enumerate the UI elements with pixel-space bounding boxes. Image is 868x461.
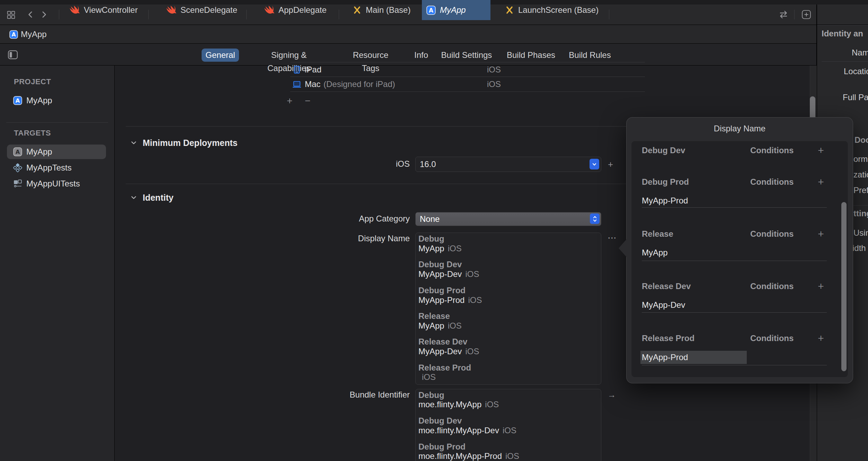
- svg-text:A: A: [16, 97, 20, 104]
- add-editor-icon[interactable]: [801, 9, 812, 20]
- tab-info[interactable]: Info: [411, 49, 431, 62]
- os-suffix: iOS: [485, 400, 499, 409]
- sidebar-toggle-icon[interactable]: [7, 49, 19, 61]
- add-deployment-button[interactable]: +: [608, 159, 613, 169]
- popover-config-label: Release Dev: [642, 281, 691, 292]
- add-condition-button[interactable]: +: [816, 145, 826, 156]
- popover-arrow: [619, 239, 627, 258]
- tab-signing-capabilities[interactable]: Signing & Capabilities: [249, 49, 329, 62]
- inspector-label-using: Usin: [853, 228, 868, 238]
- table-row-ipad[interactable]: iPad iOS: [290, 63, 645, 77]
- section-title-minimum-deployments[interactable]: Minimum Deployments: [143, 138, 238, 148]
- editor-tab-main-base[interactable]: Main (Base): [353, 0, 410, 20]
- swift-icon: [264, 5, 274, 15]
- add-condition-button[interactable]: +: [816, 177, 826, 187]
- config-label: Release: [418, 311, 450, 321]
- sidebar-item-target-myapptests[interactable]: MyAppTests: [7, 160, 106, 175]
- inspector-header-document: Doc: [854, 135, 868, 145]
- override-value-input[interactable]: MyApp-Dev: [642, 300, 685, 310]
- config-value[interactable]: moe.flinty.MyAppiOS: [418, 399, 499, 410]
- override-value-input[interactable]: MyApp-Prod: [642, 195, 688, 206]
- popover-scrollbar-thumb[interactable]: [841, 202, 847, 371]
- config-value[interactable]: MyApp-DeviOS: [418, 269, 479, 279]
- inspector-label-organization: zatio: [853, 169, 868, 180]
- storyboard-icon: [353, 6, 362, 15]
- sidebar-item-project-myapp[interactable]: A MyApp: [7, 93, 106, 108]
- value-underline: [642, 312, 827, 313]
- sidebar-item-target-myapp[interactable]: A MyApp: [7, 145, 106, 159]
- disclosure-chevron-icon[interactable]: [130, 140, 137, 146]
- svg-text:A: A: [16, 149, 20, 155]
- ios-version-value: 16.0: [420, 159, 436, 169]
- app-category-popup[interactable]: None: [415, 212, 601, 226]
- tab-build-phases[interactable]: Build Phases: [506, 49, 556, 62]
- config-value[interactable]: iOS: [418, 372, 436, 382]
- back-chevron-icon[interactable]: [26, 10, 35, 19]
- conditions-button[interactable]: Conditions: [750, 229, 794, 239]
- override-value-input[interactable]: MyApp: [642, 247, 668, 258]
- editor-tab-launchscreen[interactable]: LaunchScreen (Base): [505, 0, 599, 20]
- sidebar-item-label: MyAppTests: [26, 163, 72, 173]
- config-value[interactable]: moe.flinty.MyApp-DeviOS: [418, 425, 516, 436]
- breadcrumb[interactable]: MyApp: [21, 29, 47, 40]
- tab-general[interactable]: General: [202, 49, 239, 62]
- device-name: Mac: [305, 79, 320, 89]
- config-label: Debug Dev: [418, 416, 462, 426]
- config-value[interactable]: MyApp-ProdiOS: [418, 295, 482, 305]
- forward-chevron-icon[interactable]: [39, 10, 48, 19]
- swap-editors-icon[interactable]: [778, 9, 789, 20]
- config-label: Debug Prod: [418, 442, 466, 452]
- tab-resource-tags[interactable]: Resource Tags: [344, 49, 398, 62]
- add-condition-button[interactable]: +: [816, 281, 826, 292]
- tests-diamond-icon: [13, 163, 22, 172]
- value-text: MyApp: [418, 321, 444, 330]
- sidebar-item-target-myappuitests[interactable]: MyAppUITests: [7, 176, 106, 191]
- tab-overview-icon[interactable]: [6, 10, 17, 19]
- value-text: MyApp: [418, 244, 444, 253]
- popup-stepper-button[interactable]: [590, 214, 600, 224]
- app-category-label: App Category: [289, 214, 410, 224]
- popover-config-label: Debug Dev: [642, 145, 685, 156]
- bundle-id-arrow-button[interactable]: →: [608, 390, 616, 400]
- os-suffix: iOS: [468, 295, 482, 305]
- add-destination-button[interactable]: +: [287, 96, 292, 106]
- tab-build-rules[interactable]: Build Rules: [569, 49, 611, 62]
- config-label: Debug Dev: [418, 259, 462, 270]
- device-os: iOS: [487, 79, 501, 89]
- os-suffix: iOS: [465, 269, 479, 279]
- config-value[interactable]: MyApp-DeviOS: [418, 346, 479, 357]
- override-value-input-selected[interactable]: MyApp-Prod: [642, 352, 688, 363]
- tab-label: LaunchScreen (Base): [518, 5, 599, 15]
- editor-tab-viewcontroller[interactable]: ViewController: [69, 0, 138, 20]
- display-name-label: Display Name: [289, 233, 410, 244]
- add-condition-button[interactable]: +: [816, 229, 826, 239]
- conditions-button[interactable]: Conditions: [750, 177, 794, 187]
- editor-tab-scenedelegate[interactable]: SceneDelegate: [166, 0, 237, 20]
- table-row-mac[interactable]: Mac (Designed for iPad) iOS: [290, 77, 645, 91]
- tab-label: AppDelegate: [278, 5, 327, 15]
- popover-config-label: Release Prod: [642, 333, 694, 343]
- conditions-button[interactable]: Conditions: [750, 145, 794, 156]
- editor-tab-appdelegate[interactable]: AppDelegate: [264, 0, 327, 20]
- section-title-identity[interactable]: Identity: [143, 192, 174, 203]
- config-value[interactable]: MyAppiOS: [418, 321, 462, 331]
- inspector-label-full-path: Full Pat: [843, 92, 868, 103]
- remove-destination-button[interactable]: −: [305, 96, 310, 106]
- conditions-button[interactable]: Conditions: [750, 333, 794, 343]
- tab-label: SceneDelegate: [180, 5, 237, 15]
- add-condition-button[interactable]: +: [816, 333, 826, 343]
- config-value[interactable]: MyAppiOS: [418, 243, 462, 254]
- device-name: iPad: [305, 64, 321, 75]
- tab-label: Main (Base): [366, 5, 410, 15]
- storyboard-icon: [505, 6, 514, 15]
- more-overrides-button[interactable]: ⋯: [608, 233, 617, 243]
- ios-version-combobox[interactable]: 16.0: [415, 157, 601, 172]
- disclosure-chevron-icon[interactable]: [130, 195, 137, 200]
- editor-tab-myapp-selected[interactable]: A MyApp: [422, 0, 490, 20]
- tab-build-settings[interactable]: Build Settings: [441, 49, 493, 62]
- combobox-chevron-button[interactable]: [590, 159, 599, 169]
- display-name-field[interactable]: [415, 233, 601, 385]
- config-value[interactable]: moe.flinty.MyApp-ProdiOS: [418, 451, 519, 461]
- conditions-button[interactable]: Conditions: [750, 281, 794, 292]
- appstore-icon: A: [426, 6, 436, 15]
